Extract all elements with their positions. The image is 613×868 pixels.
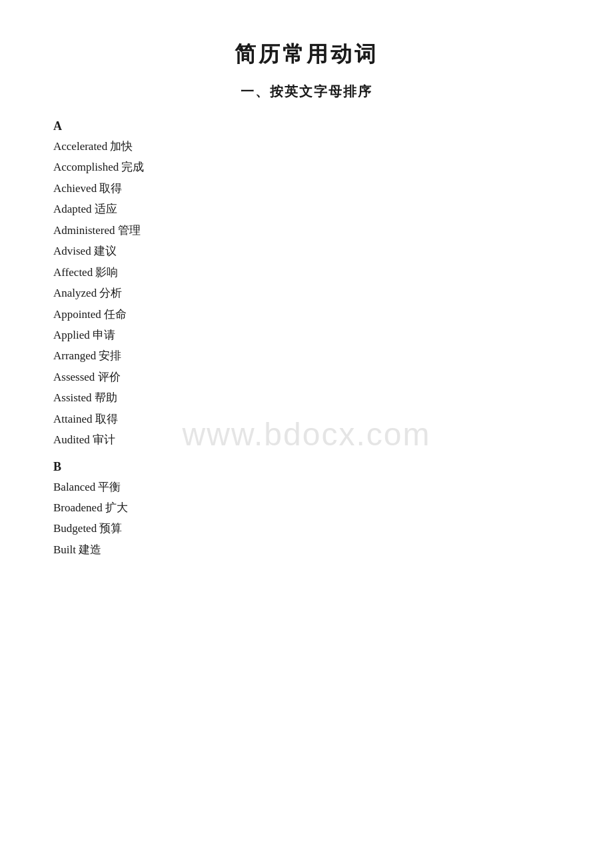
word-item: Assisted 帮助 [53,387,560,408]
word-item: Attained 取得 [53,409,560,429]
word-item: Achieved 取得 [53,178,560,199]
word-item: Accelerated 加快 [53,136,560,157]
word-item: Balanced 平衡 [53,477,560,497]
word-item: Broadened 扩大 [53,497,560,518]
word-item: Appointed 任命 [53,304,560,325]
word-item: Analyzed 分析 [53,283,560,303]
content-area: AAccelerated 加快Accomplished 完成Achieved 取… [53,119,560,560]
word-item: Audited 审计 [53,429,560,450]
word-item: Advised 建议 [53,241,560,261]
letter-group-a: AAccelerated 加快Accomplished 完成Achieved 取… [53,119,560,451]
letter-group-b: BBalanced 平衡Broadened 扩大Budgeted 预算Built… [53,460,560,561]
word-item: Arranged 安排 [53,345,560,366]
word-item: Budgeted 预算 [53,518,560,539]
page-title: 简历常用动词 [53,40,560,69]
word-item: Adapted 适应 [53,199,560,219]
word-item: Accomplished 完成 [53,157,560,177]
word-item: Affected 影响 [53,262,560,283]
section-heading: 一、按英文字母排序 [53,83,560,101]
word-item: Administered 管理 [53,220,560,241]
word-item: Applied 申请 [53,325,560,345]
word-item: Built 建造 [53,539,560,560]
word-item: Assessed 评价 [53,367,560,387]
letter-label: A [53,119,560,133]
letter-label: B [53,460,560,474]
